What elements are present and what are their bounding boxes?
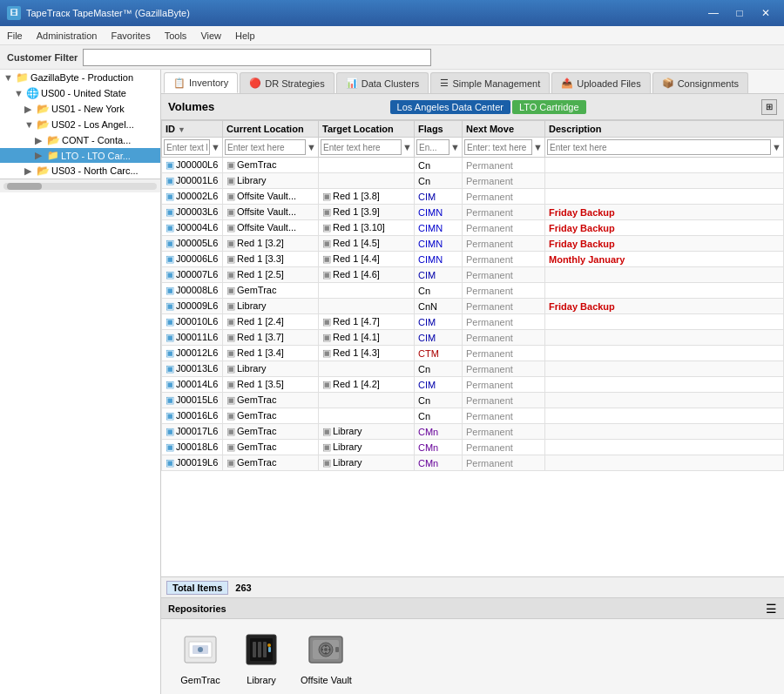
cell-next: Permanent <box>463 299 545 314</box>
tree-root[interactable]: ▼ 📁 GazillaByte - Production <box>0 70 160 85</box>
filter-flags-cell: ▼ <box>415 138 463 158</box>
menu-file[interactable]: File <box>0 29 30 43</box>
cell-desc <box>545 158 784 173</box>
status-row: Total Items 263 <box>161 576 784 597</box>
repos-menu-button[interactable]: ☰ <box>766 602 777 616</box>
cell-flags: CMn <box>415 455 463 471</box>
tree-item-us00[interactable]: ▼ 🌐 US00 - United State <box>0 85 160 101</box>
filter-current-input[interactable] <box>225 139 306 155</box>
table-row[interactable]: ▣J00007L6▣Red 1 [2.5]▣Red 1 [4.6]CIMPerm… <box>162 267 784 283</box>
table-row[interactable]: ▣J00000L6▣GemTracCnPermanent <box>162 158 784 173</box>
table-row[interactable]: ▣J00008L6▣GemTracCnPermanent <box>162 283 784 299</box>
tree-scrollbar[interactable] <box>0 179 160 192</box>
tab-uploaded-files[interactable]: 📤 Uploaded Files <box>551 72 650 93</box>
cell-target: ▣Red 1 [4.6] <box>319 267 415 283</box>
table-row[interactable]: ▣J00019L6▣GemTrac▣LibraryCMnPermanent <box>162 455 784 471</box>
cell-next: Permanent <box>463 189 545 205</box>
table-header-row: ID ▼ Current Location Target Location Fl… <box>162 121 784 138</box>
table-row[interactable]: ▣J00016L6▣GemTracCnPermanent <box>162 408 784 424</box>
tab-consignments[interactable]: 📦 Consignments <box>652 72 748 93</box>
cell-id: ▣J00017L6 <box>162 424 223 440</box>
menu-view[interactable]: View <box>193 29 228 43</box>
close-button[interactable]: ✕ <box>754 4 777 22</box>
upload-icon: 📤 <box>561 77 573 89</box>
cell-id: ▣J00014L6 <box>162 377 223 393</box>
table-row[interactable]: ▣J00005L6▣Red 1 [3.2]▣Red 1 [4.5]CIMNPer… <box>162 236 784 252</box>
filter-next-container: ▼ <box>464 139 543 155</box>
cell-id: ▣J00018L6 <box>162 440 223 455</box>
maximize-button[interactable]: □ <box>728 4 751 22</box>
menu-help[interactable]: Help <box>228 29 262 43</box>
filter-flags-input[interactable] <box>416 139 449 155</box>
tab-dr-strategies[interactable]: 🔴 DR Strategies <box>240 72 334 93</box>
folder-us03: 📂 <box>37 165 50 177</box>
table-row[interactable]: ▣J00003L6▣Offsite Vault...▣Red 1 [3.9]CI… <box>162 205 784 220</box>
repo-gemtrac[interactable]: GemTrac <box>179 628 222 685</box>
customer-filter-input[interactable] <box>83 49 431 66</box>
expand-us01[interactable]: ▶ <box>24 104 35 115</box>
right-panel: 📋 Inventory 🔴 DR Strategies 📊 Data Clust… <box>161 70 784 694</box>
cell-id: ▣J00013L6 <box>162 361 223 377</box>
table-row[interactable]: ▣J00009L6▣LibraryCnNPermanentFriday Back… <box>162 299 784 314</box>
cell-desc <box>545 346 784 361</box>
minimize-button[interactable]: — <box>702 4 725 22</box>
scroll-thumb[interactable] <box>7 183 42 190</box>
library-icon <box>240 628 283 671</box>
tab-data-clusters[interactable]: 📊 Data Clusters <box>336 72 429 93</box>
repo-offsite-vault[interactable]: Offsite Vault <box>301 628 352 685</box>
maximize-table-button[interactable]: ⊞ <box>761 99 777 115</box>
repo-library[interactable]: Library <box>240 628 283 685</box>
volumes-title: Volumes <box>168 100 214 113</box>
filter-current-icon[interactable]: ▼ <box>307 142 316 152</box>
expand-lto[interactable]: ▶ <box>35 150 45 161</box>
repos-content: GemTrac <box>161 619 784 694</box>
table-row[interactable]: ▣J00004L6▣Offsite Vault...▣Red 1 [3.10]C… <box>162 220 784 236</box>
expand-us02[interactable]: ▼ <box>24 119 35 130</box>
table-row[interactable]: ▣J00010L6▣Red 1 [2.4]▣Red 1 [4.7]CIMPerm… <box>162 314 784 330</box>
cell-next: Permanent <box>463 424 545 440</box>
cell-id: ▣J00008L6 <box>162 283 223 299</box>
tab-inventory[interactable]: 📋 Inventory <box>164 72 238 93</box>
table-row[interactable]: ▣J00002L6▣Offsite Vault...▣Red 1 [3.8]CI… <box>162 189 784 205</box>
tree-us01-label: US01 - New York <box>51 104 125 114</box>
table-container[interactable]: ID ▼ Current Location Target Location Fl… <box>161 120 784 576</box>
table-row[interactable]: ▣J00018L6▣GemTrac▣LibraryCMnPermanent <box>162 440 784 455</box>
filter-flags-icon[interactable]: ▼ <box>450 142 460 152</box>
tree-item-lto[interactable]: ▶ 📁 LTO - LTO Car... <box>0 148 160 163</box>
svg-rect-7 <box>258 642 261 657</box>
expand-us00[interactable]: ▼ <box>14 88 24 98</box>
expand-icon[interactable]: ▼ <box>3 72 14 83</box>
table-row[interactable]: ▣J00017L6▣GemTrac▣LibraryCMnPermanent <box>162 424 784 440</box>
menu-tools[interactable]: Tools <box>158 29 194 43</box>
table-row[interactable]: ▣J00013L6▣LibraryCnPermanent <box>162 361 784 377</box>
tree-item-us03[interactable]: ▶ 📂 US03 - North Carc... <box>0 163 160 179</box>
total-items-label: Total Items <box>166 581 228 595</box>
table-row[interactable]: ▣J00012L6▣Red 1 [3.4]▣Red 1 [4.3]CTMPerm… <box>162 346 784 361</box>
expand-cont[interactable]: ▶ <box>35 135 45 146</box>
cell-current: ▣GemTrac <box>223 158 319 173</box>
filter-label: Customer Filter <box>7 52 78 63</box>
tree-item-cont[interactable]: ▶ 📂 CONT - Conta... <box>0 132 160 148</box>
table-row[interactable]: ▣J00014L6▣Red 1 [3.5]▣Red 1 [4.2]CIMPerm… <box>162 377 784 393</box>
tab-simple-management[interactable]: ☰ Simple Management <box>430 72 550 93</box>
tree-item-us02[interactable]: ▼ 📂 US02 - Los Angel... <box>0 117 160 132</box>
table-row[interactable]: ▣J00006L6▣Red 1 [3.3]▣Red 1 [4.4]CIMNPer… <box>162 252 784 267</box>
filter-target-icon[interactable]: ▼ <box>402 142 412 152</box>
table-row[interactable]: ▣J00001L6▣LibraryCnPermanent <box>162 173 784 189</box>
filter-id-icon[interactable]: ▼ <box>211 142 220 152</box>
filter-next-icon[interactable]: ▼ <box>533 142 543 152</box>
filter-desc-icon[interactable]: ▼ <box>772 142 781 152</box>
menu-favorites[interactable]: Favorites <box>104 29 157 43</box>
tree-item-us01[interactable]: ▶ 📂 US01 - New York <box>0 101 160 117</box>
menu-administration[interactable]: Administration <box>30 29 105 43</box>
filter-target-input[interactable] <box>321 139 402 155</box>
table-row[interactable]: ▣J00015L6▣GemTracCnPermanent <box>162 393 784 408</box>
expand-us03[interactable]: ▶ <box>24 165 35 177</box>
filter-next-input[interactable] <box>464 139 532 155</box>
cell-desc <box>545 330 784 346</box>
table-row[interactable]: ▣J00011L6▣Red 1 [3.7]▣Red 1 [4.1]CIMPerm… <box>162 330 784 346</box>
filter-id-input[interactable] <box>164 139 210 155</box>
filter-desc-input[interactable] <box>547 139 771 155</box>
cell-next: Permanent <box>463 393 545 408</box>
cell-target: ▣Red 1 [3.8] <box>319 189 415 205</box>
